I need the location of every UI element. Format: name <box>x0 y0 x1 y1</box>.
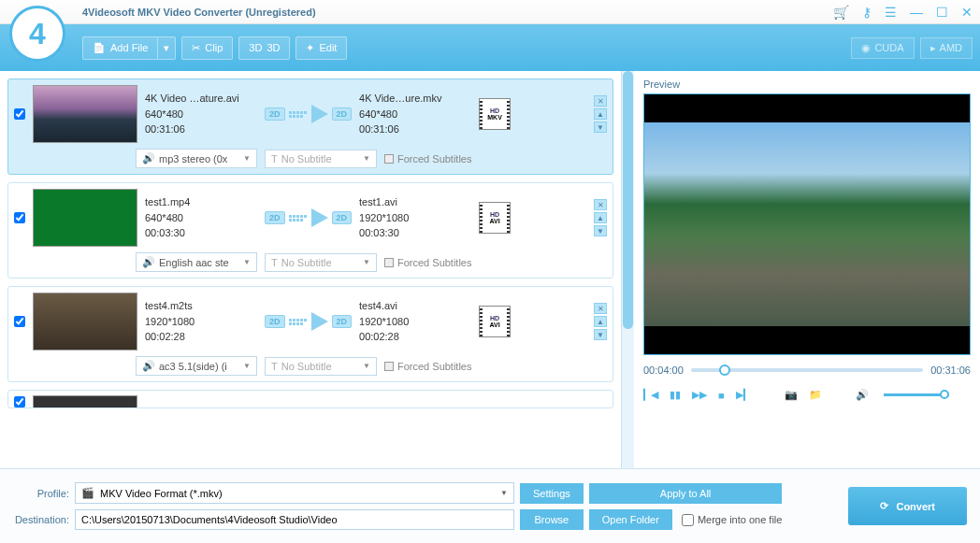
audio-track-dropdown[interactable]: 🔊 mp3 stereo (0x ▼ <box>136 149 257 168</box>
forced-subtitles-label: Forced Subtitles <box>397 257 471 268</box>
snapshot-icon[interactable]: 📷 <box>785 389 798 401</box>
apply-to-all-button[interactable]: Apply to All <box>589 483 783 504</box>
volume-slider[interactable] <box>884 393 949 396</box>
remove-item-icon[interactable]: ✕ <box>594 95 607 107</box>
move-up-icon[interactable]: ▲ <box>594 316 607 327</box>
move-down-icon[interactable]: ▼ <box>594 225 607 236</box>
chevron-down-icon: ▼ <box>243 362 251 370</box>
move-up-icon[interactable]: ▲ <box>594 108 607 120</box>
pause-icon[interactable]: ▮▮ <box>670 389 681 401</box>
preview-video[interactable] <box>643 93 971 355</box>
clip-button[interactable]: ✂ Clip <box>181 36 233 60</box>
format-icon[interactable]: HDAVI <box>479 306 511 337</box>
file-checkbox[interactable] <box>14 212 25 223</box>
close-icon[interactable]: ✕ <box>961 5 973 20</box>
two-d-badge: 2D <box>332 211 353 224</box>
subtitle-dropdown[interactable]: T No Subtitle ▼ <box>265 253 377 272</box>
chevron-down-icon: ▼ <box>363 154 370 163</box>
conversion-arrow: 2D 2D <box>265 105 352 123</box>
file-checkbox[interactable] <box>14 316 25 327</box>
cuda-button[interactable]: ◉ CUDA <box>851 37 914 59</box>
chevron-down-icon: ▼ <box>243 258 251 266</box>
audio-track-value: English aac ste <box>159 257 229 268</box>
remove-item-icon[interactable]: ✕ <box>594 303 607 314</box>
refresh-icon: ⟳ <box>880 500 888 512</box>
cart-icon[interactable]: 🛒 <box>833 5 849 20</box>
chevron-down-icon: ▼ <box>363 362 370 370</box>
move-down-icon[interactable]: ▼ <box>594 329 607 340</box>
amd-button[interactable]: ▸ AMD <box>920 37 973 59</box>
subtitle-value: No Subtitle <box>281 361 332 372</box>
move-up-icon[interactable]: ▲ <box>594 212 607 223</box>
volume-icon[interactable]: 🔊 <box>856 389 869 401</box>
format-icon[interactable]: HDAVI <box>479 202 511 234</box>
maximize-icon[interactable]: ☐ <box>936 5 948 20</box>
file-thumbnail <box>33 189 137 247</box>
add-file-button[interactable]: 📄 Add File <box>82 36 157 60</box>
profile-dropdown[interactable]: 🎬 MKV Video Format (*.mkv) ▼ <box>75 482 514 504</box>
forward-icon[interactable]: ▶▶ <box>692 389 707 401</box>
destination-filename: test4.avi <box>359 298 471 314</box>
source-info: test4.m2ts 1920*1080 00:02:28 <box>145 298 257 345</box>
minimize-icon[interactable]: — <box>910 5 923 20</box>
seek-slider[interactable] <box>691 368 923 372</box>
chevron-down-icon: ▼ <box>243 154 251 163</box>
file-item[interactable] <box>7 390 613 408</box>
forced-subtitles: Forced Subtitles <box>384 257 471 268</box>
audio-track-value: ac3 5.1(side) (i <box>159 361 227 372</box>
remove-item-icon[interactable]: ✕ <box>594 199 607 210</box>
audio-track-dropdown[interactable]: 🔊 English aac ste ▼ <box>136 252 257 272</box>
file-list-panel: 4K Video …ature.avi 640*480 00:31:06 2D … <box>0 71 621 468</box>
audio-track-dropdown[interactable]: 🔊 ac3 5.1(side) (i ▼ <box>136 356 257 376</box>
file-item[interactable]: test1.mp4 640*480 00:03:30 2D 2D test1.a… <box>7 182 613 279</box>
subtitle-value: No Subtitle <box>281 257 332 268</box>
convert-button[interactable]: ⟳ Convert <box>848 487 967 525</box>
source-resolution: 640*480 <box>145 107 257 122</box>
subtitle-dropdown[interactable]: T No Subtitle ▼ <box>265 150 377 168</box>
file-thumbnail <box>33 395 137 408</box>
open-folder-icon[interactable]: 📁 <box>809 389 822 401</box>
clip-label: Clip <box>205 42 223 53</box>
file-item[interactable]: test4.m2ts 1920*1080 00:02:28 2D 2D test… <box>7 286 613 382</box>
source-duration: 00:31:06 <box>145 121 257 137</box>
wand-icon: ✦ <box>306 42 314 54</box>
file-item[interactable]: 4K Video …ature.avi 640*480 00:31:06 2D … <box>7 79 613 175</box>
profile-value: MKV Video Format (*.mkv) <box>100 488 223 499</box>
next-icon[interactable]: ▶▎ <box>736 389 751 401</box>
format-icon[interactable]: HDMKV <box>479 98 511 130</box>
open-folder-button[interactable]: Open Folder <box>589 509 672 530</box>
browse-button[interactable]: Browse <box>520 509 584 530</box>
bottom-bar: Profile: 🎬 MKV Video Format (*.mkv) ▼ Se… <box>0 468 980 543</box>
titlebar: 4Videosoft MKV Video Converter (Unregist… <box>0 0 980 24</box>
settings-button[interactable]: Settings <box>520 483 584 504</box>
key-icon[interactable]: ⚷ <box>862 5 872 20</box>
destination-resolution: 1920*1080 <box>359 210 471 226</box>
move-down-icon[interactable]: ▼ <box>594 121 607 133</box>
file-checkbox[interactable] <box>14 396 25 407</box>
stop-icon[interactable]: ■ <box>718 390 725 401</box>
file-thumbnail <box>33 85 137 143</box>
three-d-button[interactable]: 3D 3D <box>238 36 290 60</box>
destination-duration: 00:02:28 <box>359 329 471 345</box>
menu-icon[interactable]: ☰ <box>885 5 897 20</box>
player-controls: ▎◀ ▮▮ ▶▶ ■ ▶▎ 📷 📁 🔊 <box>643 389 971 401</box>
prev-icon[interactable]: ▎◀ <box>643 389 658 401</box>
merge-checkbox-input[interactable] <box>682 514 694 526</box>
add-file-dropdown[interactable]: ▾ <box>157 36 176 60</box>
file-checkbox[interactable] <box>14 108 25 120</box>
destination-input[interactable]: C:\Users\20150713\Documents\4Videosoft S… <box>75 509 514 530</box>
merge-checkbox[interactable]: Merge into one file <box>682 514 783 526</box>
speaker-icon: 🔊 <box>142 360 155 372</box>
current-time: 00:04:00 <box>643 364 684 376</box>
scissors-icon: ✂ <box>192 42 200 54</box>
file-list-scrollbar[interactable] <box>621 71 634 468</box>
edit-button[interactable]: ✦ Edit <box>295 36 347 60</box>
three-d-label: 3D <box>267 42 280 53</box>
forced-subtitles-icon <box>384 362 394 371</box>
subtitle-dropdown[interactable]: T No Subtitle ▼ <box>265 357 377 376</box>
source-resolution: 1920*1080 <box>145 314 257 330</box>
add-file-label: Add File <box>110 42 148 53</box>
subtitle-icon: T <box>271 257 278 268</box>
two-d-badge: 2D <box>332 107 353 121</box>
two-d-badge: 2D <box>265 211 285 224</box>
